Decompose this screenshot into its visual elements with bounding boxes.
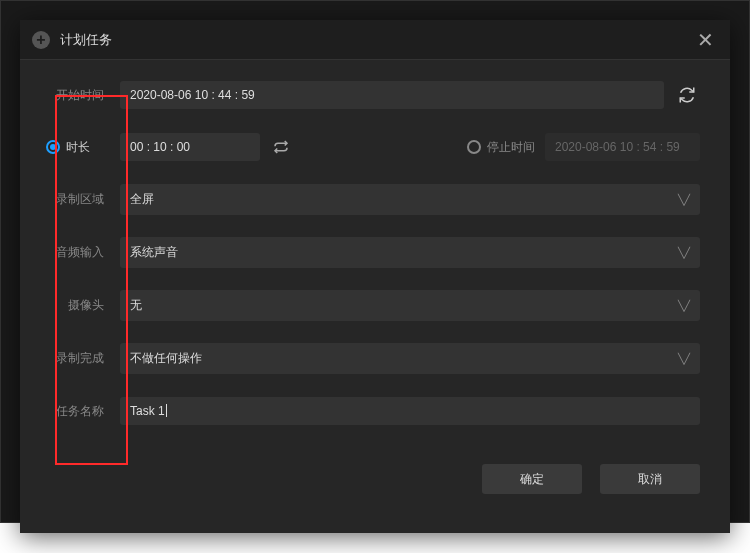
stop-time-group: 停止时间 bbox=[467, 133, 700, 161]
plus-icon: + bbox=[32, 31, 50, 49]
chevron-down-icon: ╲╱ bbox=[678, 194, 690, 205]
row-audio-input: 音频输入 系统声音 ╲╱ bbox=[40, 237, 700, 268]
camera-select[interactable]: 无 ╲╱ bbox=[120, 290, 700, 321]
dialog-title: 计划任务 bbox=[60, 31, 693, 49]
start-time-input[interactable] bbox=[120, 81, 664, 109]
duration-input[interactable] bbox=[120, 133, 260, 161]
dialog-footer: 确定 取消 bbox=[20, 448, 730, 514]
chevron-down-icon: ╲╱ bbox=[678, 353, 690, 364]
refresh-icon bbox=[678, 86, 696, 104]
on-complete-select[interactable]: 不做任何操作 ╲╱ bbox=[120, 343, 700, 374]
record-area-select[interactable]: 全屏 ╲╱ bbox=[120, 184, 700, 215]
camera-value: 无 bbox=[130, 297, 142, 314]
on-complete-value: 不做任何操作 bbox=[130, 350, 202, 367]
duration-radio[interactable] bbox=[46, 140, 60, 154]
schedule-task-dialog: + 计划任务 ✕ 开始时间 时长 bbox=[20, 20, 730, 533]
label-audio-input: 音频输入 bbox=[40, 244, 110, 261]
refresh-button[interactable] bbox=[674, 82, 700, 108]
record-area-value: 全屏 bbox=[130, 191, 154, 208]
row-on-complete: 录制完成 不做任何操作 ╲╱ bbox=[40, 343, 700, 374]
loop-icon bbox=[272, 138, 290, 156]
row-record-area: 录制区域 全屏 ╲╱ bbox=[40, 184, 700, 215]
dialog-content: 开始时间 时长 bbox=[20, 60, 730, 426]
label-start-time: 开始时间 bbox=[40, 87, 110, 104]
task-name-input[interactable]: Task 1 bbox=[120, 397, 700, 425]
audio-input-value: 系统声音 bbox=[130, 244, 178, 261]
stop-time-radio[interactable] bbox=[467, 140, 481, 154]
label-on-complete: 录制完成 bbox=[40, 350, 110, 367]
task-name-value: Task 1 bbox=[130, 404, 165, 418]
close-button[interactable]: ✕ bbox=[693, 28, 718, 52]
row-start-time: 开始时间 bbox=[40, 80, 700, 110]
audio-input-select[interactable]: 系统声音 ╲╱ bbox=[120, 237, 700, 268]
row-duration: 时长 停止时间 bbox=[40, 132, 700, 162]
chevron-down-icon: ╲╱ bbox=[678, 300, 690, 311]
stop-time-input[interactable] bbox=[545, 133, 700, 161]
loop-button[interactable] bbox=[272, 138, 290, 156]
duration-radio-label[interactable]: 时长 bbox=[66, 139, 90, 156]
chevron-down-icon: ╲╱ bbox=[678, 247, 690, 258]
cancel-button[interactable]: 取消 bbox=[600, 464, 700, 494]
label-record-area: 录制区域 bbox=[40, 191, 110, 208]
stop-time-radio-label[interactable]: 停止时间 bbox=[487, 139, 535, 156]
label-camera: 摄像头 bbox=[40, 297, 110, 314]
label-duration: 时长 bbox=[40, 139, 110, 156]
ok-button[interactable]: 确定 bbox=[482, 464, 582, 494]
row-camera: 摄像头 无 ╲╱ bbox=[40, 290, 700, 321]
label-task-name: 任务名称 bbox=[40, 403, 110, 420]
row-task-name: 任务名称 Task 1 bbox=[40, 396, 700, 426]
titlebar: + 计划任务 ✕ bbox=[20, 20, 730, 60]
